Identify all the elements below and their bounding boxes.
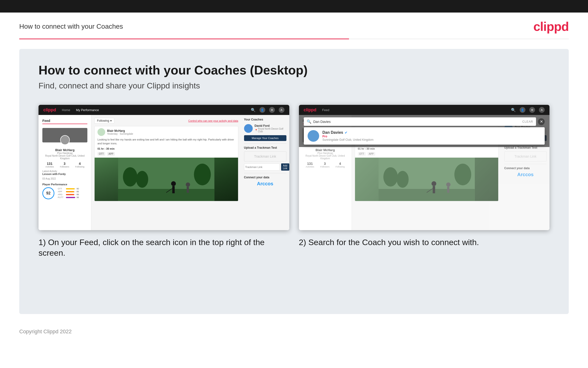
search-bar: 🔍 Dan Davies CLEAR — [304, 117, 536, 126]
upload-title: Upload a Trackman Test — [244, 146, 286, 149]
header: How to connect with your Coaches clippd — [0, 12, 588, 38]
nav-my-performance[interactable]: My Performance — [76, 108, 99, 112]
svg-point-15 — [431, 181, 436, 186]
arccos-logo: Arccos — [244, 181, 286, 186]
svg-point-14 — [454, 164, 471, 185]
coaches-title: Your Coaches — [244, 118, 286, 121]
step2-screenshot-col: clippd Feed 🔍 👤 ⚙ A Feed — [299, 105, 550, 258]
screenshots-row: clippd Home My Performance 🔍 👤 ⚙ A Feed — [38, 105, 550, 258]
result-name-row: Dan Davies ✔ — [323, 130, 374, 135]
copyright-text: Copyright Clippd 2022 — [19, 329, 72, 334]
svg-rect-8 — [187, 187, 189, 193]
app-nav-logo: clippd — [43, 108, 56, 112]
control-link[interactable]: Control who can see your activity and da… — [188, 119, 238, 122]
step2-profile-icon[interactable]: 👤 — [520, 107, 526, 113]
svg-rect-1 — [118, 189, 214, 201]
following-btn[interactable]: Following ▾ — [94, 118, 114, 124]
performance-bars: OTT 90 APP 85 — [58, 187, 79, 199]
post-duration: 01 hr : 30 min — [95, 147, 238, 152]
feed-tab[interactable]: Feed — [42, 119, 87, 124]
trackman-placeholder: Trackman Link — [244, 151, 286, 161]
user-stats: 131 Activities 3 Followers 4 Following — [42, 162, 87, 168]
latest-activity-label: Latest Activity — [42, 170, 87, 173]
search-result-item[interactable]: Dan Davies ✔ Pro Sunningdale Golf Club, … — [304, 127, 545, 145]
step2-settings-icon[interactable]: ⚙ — [529, 107, 535, 113]
result-name: Dan Davies — [323, 130, 343, 135]
ott-tag[interactable]: OTT — [97, 152, 105, 156]
step2-nav-logo: clippd — [304, 108, 316, 112]
connect-title: Connect your data — [244, 176, 286, 179]
followers-stat: 3 Followers — [60, 162, 69, 168]
app-right-panel: Your Coaches David Ford 📍 Royal North De… — [241, 115, 289, 230]
svg-rect-16 — [432, 186, 435, 193]
post-actions: OTT APP — [95, 152, 238, 158]
result-avatar — [307, 130, 319, 142]
svg-point-13 — [396, 171, 408, 188]
nav-home[interactable]: Home — [62, 108, 70, 112]
post-card: Blair McHarg Yesterday · Sunningdale Loo… — [94, 126, 238, 201]
svg-rect-11 — [378, 189, 475, 201]
activity-title: Lesson with Fordy — [42, 173, 87, 175]
app-tag[interactable]: APP — [107, 152, 115, 156]
svg-point-5 — [171, 181, 176, 186]
page-heading: How to connect with your Coaches (Deskto… — [38, 63, 550, 77]
search-input-value[interactable]: Dan Davies — [313, 120, 520, 124]
step2-caption: 2) Search for the Coach you wish to conn… — [299, 237, 550, 248]
page-title: How to connect with your Coaches — [19, 23, 123, 30]
top-bar — [0, 0, 588, 12]
activity-date: 03 Aug 2022 — [42, 177, 87, 180]
step2-nav-icons: 🔍 👤 ⚙ A — [511, 107, 545, 113]
manage-coaches-btn[interactable]: Manage Your Coaches — [244, 135, 286, 141]
step2-browser: clippd Feed 🔍 👤 ⚙ A Feed — [299, 105, 550, 230]
avatar-icon[interactable]: A — [279, 107, 284, 113]
svg-rect-18 — [447, 187, 449, 193]
settings-icon[interactable]: ⚙ — [269, 107, 275, 113]
profile-icon[interactable]: 👤 — [259, 107, 265, 113]
post-image — [95, 158, 238, 201]
step2-post-image — [355, 158, 499, 201]
coach-avatar — [244, 124, 253, 133]
coach-item: David Ford 📍 Royal North Devon Golf Club — [244, 124, 286, 133]
svg-point-7 — [186, 183, 190, 187]
quality-score: 92 — [42, 187, 54, 199]
app-body: Feed Blair McHarg Plus Handicap Royal No… — [38, 115, 289, 230]
search-overlay-row: 🔍 Dan Davies CLEAR ✕ — [304, 117, 545, 126]
svg-point-12 — [383, 167, 398, 186]
user-handicap: Plus Handicap — [42, 152, 87, 155]
location-icon: 📍 — [255, 129, 257, 132]
user-club: Royal North Devon Golf Club, United King… — [42, 155, 87, 160]
step1-caption: 1) On your Feed, click on the search ico… — [38, 237, 289, 258]
svg-point-4 — [194, 164, 211, 185]
post-username: Blair McHarg — [107, 129, 133, 133]
step1-screenshot-col: clippd Home My Performance 🔍 👤 ⚙ A Feed — [38, 105, 289, 258]
user-name: Blair McHarg — [42, 148, 87, 152]
search-icon[interactable]: 🔍 — [251, 108, 256, 112]
step2-nav-feed[interactable]: Feed — [322, 108, 330, 112]
result-role: Pro — [323, 135, 374, 138]
app-nav: clippd Home My Performance 🔍 👤 ⚙ A — [38, 105, 289, 115]
step1-browser: clippd Home My Performance 🔍 👤 ⚙ A Feed — [38, 105, 289, 230]
close-search-button[interactable]: ✕ — [538, 118, 545, 125]
step2-user-stats: 131Activities 3Followers 4Following — [303, 162, 348, 168]
following-bar: Following ▾ Control who can see your act… — [94, 118, 238, 124]
step2-avatar-icon[interactable]: A — [539, 107, 545, 113]
player-performance: Player Performance 92 OTT 90 — [42, 183, 87, 199]
app-main: Following ▾ Control who can see your act… — [91, 115, 241, 230]
search-overlay: 🔍 Dan Davies CLEAR ✕ Dan Davies ✔ — [299, 115, 550, 147]
trackman-input[interactable] — [244, 163, 280, 171]
search-bar-icon: 🔍 — [307, 119, 311, 124]
result-info: Dan Davies ✔ Pro Sunningdale Golf Club, … — [323, 130, 374, 141]
svg-point-2 — [123, 167, 137, 186]
user-banner — [42, 128, 87, 142]
activities-stat: 131 Activities — [45, 162, 54, 168]
add-link-btn[interactable]: Add Link — [281, 163, 289, 171]
clear-button[interactable]: CLEAR — [522, 120, 533, 123]
main-content: How to connect with your Coaches (Deskto… — [19, 49, 569, 314]
result-club: Sunningdale Golf Club, United Kingdom — [323, 138, 374, 141]
connect-section: Connect your data Arccos — [244, 173, 286, 186]
svg-point-3 — [136, 171, 148, 188]
upload-section: Upload a Trackman Test Trackman Link Add… — [244, 143, 286, 171]
post-body: Looking to feel like my hands are exitin… — [95, 138, 238, 147]
step2-search-icon[interactable]: 🔍 — [511, 108, 516, 112]
player-perf-title: Player Performance — [42, 183, 87, 186]
